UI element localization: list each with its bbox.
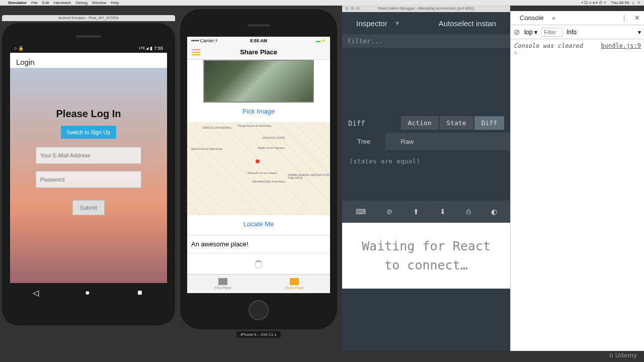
more-tabs-icon[interactable]: »	[552, 14, 555, 22]
state-button[interactable]: State	[440, 116, 473, 130]
carrier-label: Carrier	[200, 38, 214, 43]
siri-icon[interactable]: ≡	[637, 1, 640, 5]
nav-title: Share Place	[240, 48, 277, 56]
menu-debug[interactable]: Debug	[75, 1, 88, 5]
filter-input[interactable]	[541, 28, 562, 37]
place-name-input[interactable]: An awesome place!	[187, 235, 330, 253]
rn-debugger-window: React Native Debugger - Attempting recon…	[342, 5, 510, 351]
pick-image-button[interactable]: Pick Image	[187, 103, 330, 122]
lock-icon: 🔒	[18, 46, 24, 51]
locate-me-button[interactable]: Locate Me	[187, 215, 330, 235]
raw-tab[interactable]: Raw	[385, 133, 429, 150]
download-icon[interactable]: ⬇	[435, 206, 451, 218]
android-phone-frame: ○🔒 LTE ◢ ▮ 7:55 Login Please Log In Swit…	[2, 23, 175, 325]
close-icon[interactable]: ✕	[634, 14, 640, 22]
menubar-clock: Thu 08:55	[611, 1, 629, 5]
iphone-frame: •••••Carrierᯤ 8:55 AM ▬⚡ Share Place Pic…	[180, 9, 337, 329]
spotlight-icon[interactable]: ⌕	[632, 1, 634, 5]
level-select[interactable]: Info	[567, 29, 577, 36]
iphone-simulator: •••••Carrierᯤ 8:55 AM ▬⚡ Share Place Pic…	[180, 9, 337, 338]
menu-icon[interactable]: ⋮	[621, 14, 627, 22]
signal-icon: LTE ◢	[139, 46, 148, 50]
map-preview[interactable]: GRACE CATHEDRAL Tonga Room & Hurricane D…	[187, 122, 330, 215]
menu-window[interactable]: Window	[92, 1, 106, 5]
ios-time: 8:55 AM	[250, 38, 267, 43]
battery-icon: ▮	[150, 46, 152, 51]
react-waiting: Waiting for React to connect…	[342, 223, 510, 289]
password-field[interactable]	[36, 171, 141, 188]
rn-titlebar: React Native Debugger - Attempting recon…	[342, 5, 510, 12]
menu-hardware[interactable]: Hardware	[54, 1, 71, 5]
ios-statusbar: •••••Carrierᯤ 8:55 AM ▬⚡	[187, 37, 330, 45]
keyboard-icon[interactable]: ⌨	[351, 206, 371, 218]
print-icon[interactable]: ⎙	[461, 206, 475, 218]
autoselect-tab[interactable]: Autoselect instan	[433, 19, 502, 28]
home-button[interactable]	[249, 300, 269, 320]
mac-menubar: Simulator File Edit Hardware Debug Windo…	[0, 0, 644, 6]
devtools-tabs: Console » ⋮ ✕	[511, 11, 644, 25]
action-list	[342, 48, 510, 113]
traffic-lights[interactable]	[345, 7, 360, 10]
ios-tabbar: Find Place Share Place	[187, 274, 330, 293]
android-window-title: Android Emulator - Pixel_API_26:5554	[2, 15, 175, 21]
phone-speaker	[76, 35, 101, 38]
share-place-content: Pick Image GRACE CATHEDRAL Tonga Room & …	[187, 60, 330, 276]
upload-icon[interactable]: ⬆	[408, 206, 424, 218]
view-tabs: Tree Raw	[342, 133, 510, 150]
share-icon	[290, 278, 299, 285]
devtools-panel: Console » ⋮ ✕ ⊘ top ▾ Info ▾ bundle.js:9…	[510, 11, 644, 351]
diff-label: Diff	[348, 119, 365, 127]
menu-icon[interactable]	[192, 49, 200, 55]
back-icon[interactable]: ◁	[33, 288, 40, 295]
menu-file[interactable]: File	[31, 1, 38, 5]
clear-icon[interactable]: ⊘	[514, 28, 520, 37]
menu-app[interactable]: Simulator	[8, 1, 27, 5]
tab-label: Find Place	[214, 286, 231, 290]
console-body: bundle.js:9 Console was cleared ›	[511, 39, 644, 59]
wifi-icon: ᯤ	[215, 38, 219, 43]
home-icon[interactable]: ●	[85, 288, 92, 295]
android-navbar: ◁ ● ■	[10, 283, 167, 300]
iphone-screen: •••••Carrierᯤ 8:55 AM ▬⚡ Share Place Pic…	[187, 37, 330, 293]
bulb-icon[interactable]: ◐	[486, 206, 502, 218]
console-tab[interactable]: Console	[515, 14, 549, 22]
diff-button[interactable]: Diff	[474, 116, 504, 130]
rn-window-title: React Native Debugger - Attempting recon…	[378, 7, 474, 10]
map-icon	[218, 278, 227, 285]
android-emulator-window: Android Emulator - Pixel_API_26:5554 ○🔒 …	[2, 15, 175, 325]
tab-label: Share Place	[285, 286, 304, 290]
login-content: Please Log In Switch to Sign Up Submit	[10, 68, 167, 300]
battery-icon: ▬⚡	[316, 38, 326, 43]
context-select[interactable]: top ▾	[524, 29, 537, 36]
email-field[interactable]	[36, 147, 141, 164]
chevron-down-icon[interactable]: ▾	[638, 29, 641, 36]
state-diff-area: (states are equal)	[342, 150, 510, 201]
picked-image	[203, 60, 314, 103]
inspector-tab[interactable]: Inspector	[350, 19, 393, 28]
tree-tab[interactable]: Tree	[342, 133, 385, 150]
toolbar: ⌨ ⊘ ⬆ ⬇ ⎙ ◐	[342, 201, 510, 223]
recent-icon[interactable]: ■	[137, 288, 144, 295]
rn-tabs: Inspector ▾ Autoselect instan	[342, 12, 510, 34]
action-button[interactable]: Action	[401, 116, 439, 130]
menu-edit[interactable]: Edit	[42, 1, 49, 5]
menubar-icons[interactable]: ◈ ⎋ ⊙ ⊕ ◐ ⚙ ᯤ	[581, 1, 608, 5]
circle-icon: ○	[14, 46, 17, 51]
tab-find-place[interactable]: Find Place	[187, 275, 259, 293]
login-heading: Please Log In	[56, 108, 121, 120]
tab-share-place[interactable]: Share Place	[259, 275, 330, 293]
status-time: 7:55	[154, 46, 163, 51]
source-link[interactable]: bundle.js:9	[601, 42, 641, 49]
console-prompt[interactable]: ›	[514, 49, 641, 56]
filter-input[interactable]: filter...	[342, 34, 510, 48]
cancel-icon[interactable]: ⊘	[381, 206, 397, 218]
udemy-watermark: ù Udemy	[609, 351, 637, 359]
submit-button[interactable]: Submit	[72, 200, 105, 215]
menu-help[interactable]: Help	[111, 1, 119, 5]
console-toolbar: ⊘ top ▾ Info ▾	[511, 25, 644, 39]
switch-signup-button[interactable]: Switch to Sign Up	[61, 126, 117, 139]
map-pin-icon	[256, 159, 260, 163]
chevron-down-icon[interactable]: ▾	[395, 19, 399, 28]
iphone-speaker	[248, 24, 270, 27]
android-statusbar: ○🔒 LTE ◢ ▮ 7:55	[10, 44, 167, 53]
